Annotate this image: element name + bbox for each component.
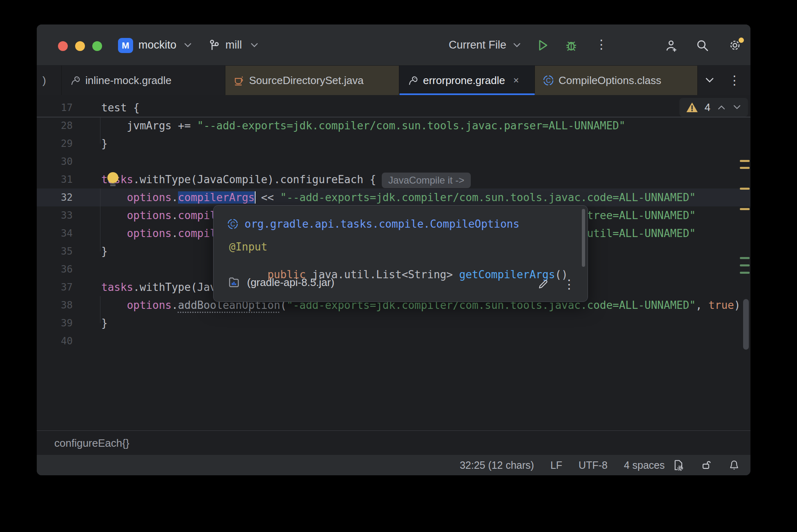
vcs-stripe-mark[interactable] <box>740 272 750 274</box>
indent-guide <box>100 117 100 144</box>
tab-list-chevron-icon[interactable] <box>705 77 715 84</box>
popup-annotation: @Input <box>229 241 267 253</box>
code-line[interactable]: 29} <box>37 135 750 153</box>
project-icon[interactable]: M <box>118 38 133 53</box>
branch-switcher[interactable]: mill <box>225 24 242 65</box>
edit-pencil-icon[interactable] <box>537 278 549 290</box>
chevron-down-icon <box>184 42 192 48</box>
popup-class-link[interactable]: org.gradle.api.tasks.compile.CompileOpti… <box>245 218 519 230</box>
vcs-stripe-mark[interactable] <box>740 264 750 266</box>
chevron-down-icon <box>513 42 521 48</box>
run-button[interactable] <box>536 38 550 52</box>
breadcrumbs-bar: configureEach{} <box>37 430 750 455</box>
tab-sourcedirectoryset-java[interactable]: SourceDirectorySet.java <box>225 66 399 95</box>
line-number[interactable]: 38 <box>37 296 73 314</box>
run-configuration-selector[interactable]: Current File <box>449 24 506 65</box>
tab-inline-mock-gradle[interactable]: inline-mock.gradle <box>62 66 225 95</box>
line-number[interactable]: 28 <box>37 117 73 135</box>
code-text: jvmArgs += "--add-exports=jdk.compiler/c… <box>101 117 626 135</box>
inlay-hint: JavaCompile it -> <box>382 173 471 188</box>
class-icon: C <box>227 218 239 230</box>
library-jar-icon <box>227 276 240 289</box>
code-line[interactable]: 32 options.compilerArgs << "--add-export… <box>37 188 750 206</box>
status-bar: 32:25 (12 chars) LF UTF-8 4 spaces <box>37 455 750 475</box>
close-tab-icon[interactable]: × <box>513 75 519 86</box>
line-number[interactable]: 33 <box>37 206 73 224</box>
macos-minimize-button[interactable] <box>75 41 85 51</box>
notifications-bell-icon[interactable] <box>728 459 740 471</box>
inspection-count: 4 <box>705 101 710 114</box>
popup-jar-source: (gradle-api-8.5.jar) <box>247 276 334 289</box>
macos-close-button[interactable] <box>58 41 68 51</box>
tab-errorprone-gradle[interactable]: errorprone.gradle × <box>399 66 535 95</box>
code-line[interactable]: 40 <box>37 332 750 350</box>
warning-stripe-mark[interactable] <box>740 167 750 169</box>
java-cup-icon <box>233 74 245 86</box>
code-line[interactable]: 30 <box>37 153 750 171</box>
popup-scrollbar[interactable] <box>582 209 585 267</box>
add-user-icon[interactable] <box>665 38 679 52</box>
line-number[interactable]: 35 <box>37 242 73 260</box>
code-line[interactable]: 31tasks.withType(JavaCompile).configureE… <box>37 171 750 188</box>
class-icon: C <box>542 74 554 86</box>
caret-position-widget[interactable]: 32:25 (12 chars) <box>460 459 534 471</box>
line-number[interactable]: 37 <box>37 278 73 296</box>
unlocked-icon[interactable] <box>701 459 712 471</box>
tab-compileoptions-class[interactable]: C CompileOptions.class <box>535 66 698 95</box>
project-switcher[interactable]: mockito <box>138 24 176 65</box>
warning-stripe-mark[interactable] <box>740 208 750 210</box>
warning-stripe-mark[interactable] <box>740 188 750 190</box>
editor-scrollbar[interactable] <box>743 299 749 350</box>
line-number[interactable]: 30 <box>37 153 73 171</box>
indent-widget[interactable]: 4 spaces <box>624 459 665 471</box>
gradle-elephant-icon <box>407 74 419 86</box>
debug-button[interactable] <box>564 38 578 52</box>
warning-stripe-mark[interactable] <box>740 160 750 162</box>
tab-label: SourceDirectorySet.java <box>249 74 363 87</box>
encoding-widget[interactable]: UTF-8 <box>579 459 608 471</box>
macos-zoom-button[interactable] <box>92 41 102 51</box>
search-icon[interactable] <box>695 38 709 52</box>
warning-icon <box>686 102 698 113</box>
more-actions-menu[interactable]: ⋮ <box>595 38 608 51</box>
line-ending-widget[interactable]: LF <box>550 459 562 471</box>
line-number[interactable]: 36 <box>37 260 73 278</box>
next-warning-icon[interactable] <box>732 104 741 110</box>
code-line[interactable]: 17test { <box>37 99 750 117</box>
intention-lightbulb-icon[interactable] <box>107 172 118 183</box>
chevron-down-icon <box>250 42 258 48</box>
indent-guide <box>100 188 100 251</box>
line-number[interactable]: 40 <box>37 332 73 350</box>
editor-tab-bar: ) inline-mock.gradle SourceDirectorySet.… <box>37 66 750 95</box>
line-number[interactable]: 17 <box>37 99 73 117</box>
line-number[interactable]: 39 <box>37 314 73 332</box>
code-style-file-icon[interactable] <box>672 459 684 471</box>
line-number[interactable]: 32 <box>37 188 73 206</box>
previous-warning-icon[interactable] <box>717 104 726 110</box>
quick-documentation-popup: C org.gradle.api.tasks.compile.CompileOp… <box>213 205 588 302</box>
vcs-stripe-mark[interactable] <box>740 257 750 259</box>
code-line[interactable]: 39} <box>37 314 750 332</box>
line-number[interactable]: 31 <box>37 171 73 188</box>
tab-label: errorprone.gradle <box>423 74 505 87</box>
tab-label: CompileOptions.class <box>559 74 661 87</box>
inspections-widget[interactable]: 4 <box>679 98 748 117</box>
tab-options-menu[interactable]: ⋮ <box>728 74 741 86</box>
code-text: options.compilerArgs << "--add-exports=j… <box>101 188 696 206</box>
code-text: } <box>101 314 108 332</box>
code-text: test { <box>101 99 140 117</box>
tab-truncated[interactable]: ) <box>37 66 62 95</box>
git-branch-icon <box>207 38 221 52</box>
ide-window: M mockito mill Current File ⋮ <box>37 24 750 475</box>
popup-more-menu[interactable]: ⋮ <box>563 278 575 290</box>
tab-label: inline-mock.gradle <box>85 74 171 87</box>
breadcrumb[interactable]: configureEach{} <box>54 431 129 455</box>
line-number[interactable]: 29 <box>37 135 73 153</box>
settings-notification-dot <box>739 38 744 43</box>
gradle-elephant-icon <box>69 74 81 86</box>
code-text: } <box>101 135 108 153</box>
svg-text:C: C <box>546 77 551 84</box>
line-number[interactable]: 34 <box>37 224 73 242</box>
title-bar: M mockito mill Current File ⋮ <box>37 24 750 66</box>
code-line[interactable]: 28 jvmArgs += "--add-exports=jdk.compile… <box>37 117 750 135</box>
